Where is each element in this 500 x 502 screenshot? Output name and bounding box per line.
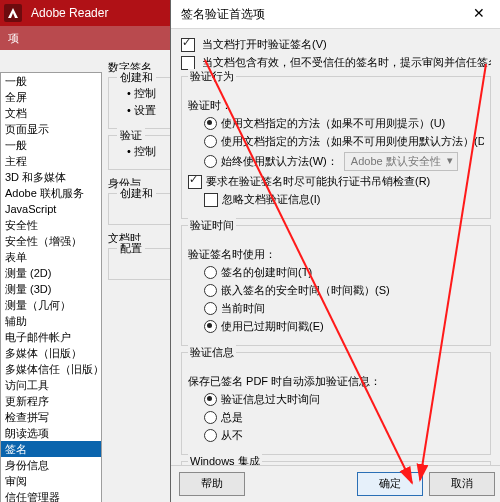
category-item[interactable]: 电子邮件帐户	[1, 329, 101, 345]
radio-icon[interactable]	[204, 266, 217, 279]
toolbar-item[interactable]: 项	[0, 26, 27, 50]
radio-info-ask[interactable]: 验证信息过大时询问	[204, 392, 484, 407]
group-verify-info: 验证信息 保存已签名 PDF 时自动添加验证信息： 验证信息过大时询问 总是 从…	[181, 352, 491, 455]
category-item[interactable]: 页面显示	[1, 121, 101, 137]
radio-icon[interactable]	[204, 411, 217, 424]
checkbox-icon[interactable]	[181, 38, 195, 52]
radio-icon[interactable]	[204, 117, 217, 130]
radio-time-timestamp[interactable]: 嵌入签名的安全时间（时间戳）(S)	[204, 283, 484, 298]
radio-time-created[interactable]: 签名的创建时间(T)	[204, 265, 484, 280]
radio-icon[interactable]	[204, 393, 217, 406]
category-item[interactable]: 审阅	[1, 473, 101, 489]
category-item[interactable]: 更新程序	[1, 393, 101, 409]
dialog-button-bar: 帮助 取消 确定	[171, 465, 500, 502]
ok-button[interactable]: 确定	[357, 472, 423, 496]
category-item[interactable]: 全屏	[1, 89, 101, 105]
category-item[interactable]: 访问工具	[1, 377, 101, 393]
radio-icon[interactable]	[204, 284, 217, 297]
verify-time-label: 验证签名时使用：	[188, 247, 484, 262]
radio-icon[interactable]	[204, 320, 217, 333]
category-item[interactable]: 文档	[1, 105, 101, 121]
category-item[interactable]: 3D 和多媒体	[1, 169, 101, 185]
category-item[interactable]: 安全性（增强）	[1, 233, 101, 249]
category-item[interactable]: 一般	[1, 73, 101, 89]
category-item[interactable]: 身份信息	[1, 457, 101, 473]
adobe-reader-icon	[4, 4, 22, 22]
category-item[interactable]: 辅助	[1, 313, 101, 329]
dialog-titlebar[interactable]: 签名验证首选项 ✕	[171, 0, 500, 29]
screenshot-root: Adobe Reader 项 一般全屏文档页面显示一般主程3D 和多媒体Adob…	[0, 0, 500, 502]
radio-icon[interactable]	[204, 155, 217, 168]
category-item[interactable]: 多媒体（旧版）	[1, 345, 101, 361]
category-item[interactable]: 安全性	[1, 217, 101, 233]
checkbox-icon[interactable]	[204, 193, 218, 207]
category-item[interactable]: JavaScript	[1, 201, 101, 217]
group-verify-time: 验证时间 验证签名时使用： 签名的创建时间(T) 嵌入签名的安全时间（时间戳）(…	[181, 225, 491, 346]
checkbox-icon[interactable]	[181, 56, 195, 70]
categories-list[interactable]: 一般全屏文档页面显示一般主程3D 和多媒体Adobe 联机服务JavaScrip…	[0, 72, 102, 502]
radio-icon[interactable]	[204, 429, 217, 442]
radio-time-current[interactable]: 当前时间	[204, 301, 484, 316]
category-item[interactable]: 测量 (2D)	[1, 265, 101, 281]
checkbox-icon[interactable]	[188, 175, 202, 189]
radio-icon[interactable]	[204, 135, 217, 148]
category-item[interactable]: 一般	[1, 137, 101, 153]
radio-method-always-default[interactable]: 始终使用默认方法(W)： Adobe 默认安全性	[204, 152, 484, 171]
radio-time-expired-ts[interactable]: 使用已过期时间戳(E)	[204, 319, 484, 334]
category-item[interactable]: 信任管理器	[1, 489, 101, 502]
signature-verification-prefs-dialog: 签名验证首选项 ✕ 当文档打开时验证签名(V) 当文档包含有效，但不受信任的签名…	[170, 0, 500, 502]
radio-method-doc-default[interactable]: 使用文档指定的方法（如果不可用则使用默认方法）(D)	[204, 134, 484, 149]
dialog-title: 签名验证首选项	[171, 7, 265, 21]
category-item[interactable]: Adobe 联机服务	[1, 185, 101, 201]
category-item[interactable]: 测量 (3D)	[1, 281, 101, 297]
verify-method-label: 验证时：	[188, 98, 484, 113]
category-item[interactable]: 测量（几何）	[1, 297, 101, 313]
check-ignore-docinfo[interactable]: 忽略文档验证信息(I)	[204, 192, 484, 207]
check-prompt-untrusted[interactable]: 当文档包含有效，但不受信任的签名时，提示审阅并信任签名者	[181, 55, 491, 70]
help-button[interactable]: 帮助	[179, 472, 245, 496]
category-item[interactable]: 表单	[1, 249, 101, 265]
category-item[interactable]: 朗读选项	[1, 425, 101, 441]
close-icon[interactable]: ✕	[457, 0, 500, 28]
app-title: Adobe Reader	[31, 0, 108, 26]
cancel-button[interactable]: 取消	[429, 472, 495, 496]
radio-info-never[interactable]: 从不	[204, 428, 484, 443]
dialog-body: 当文档打开时验证签名(V) 当文档包含有效，但不受信任的签名时，提示审阅并信任签…	[171, 28, 500, 502]
group-verify-behavior: 验证行为 验证时： 使用文档指定的方法（如果不可用则提示）(U) 使用文档指定的…	[181, 76, 491, 219]
radio-icon[interactable]	[204, 302, 217, 315]
category-item[interactable]: 主程	[1, 153, 101, 169]
category-item[interactable]: 多媒体信任（旧版）	[1, 361, 101, 377]
category-item[interactable]: 检查拼写	[1, 409, 101, 425]
verify-info-label: 保存已签名 PDF 时自动添加验证信息：	[188, 374, 484, 389]
radio-method-doc-prompt[interactable]: 使用文档指定的方法（如果不可用则提示）(U)	[204, 116, 484, 131]
category-item[interactable]: 签名	[1, 441, 101, 457]
check-verify-on-open[interactable]: 当文档打开时验证签名(V)	[181, 37, 491, 52]
check-revocation[interactable]: 要求在验证签名时尽可能执行证书吊销检查(R)	[188, 174, 484, 189]
radio-info-always[interactable]: 总是	[204, 410, 484, 425]
default-method-combo[interactable]: Adobe 默认安全性	[344, 152, 458, 171]
